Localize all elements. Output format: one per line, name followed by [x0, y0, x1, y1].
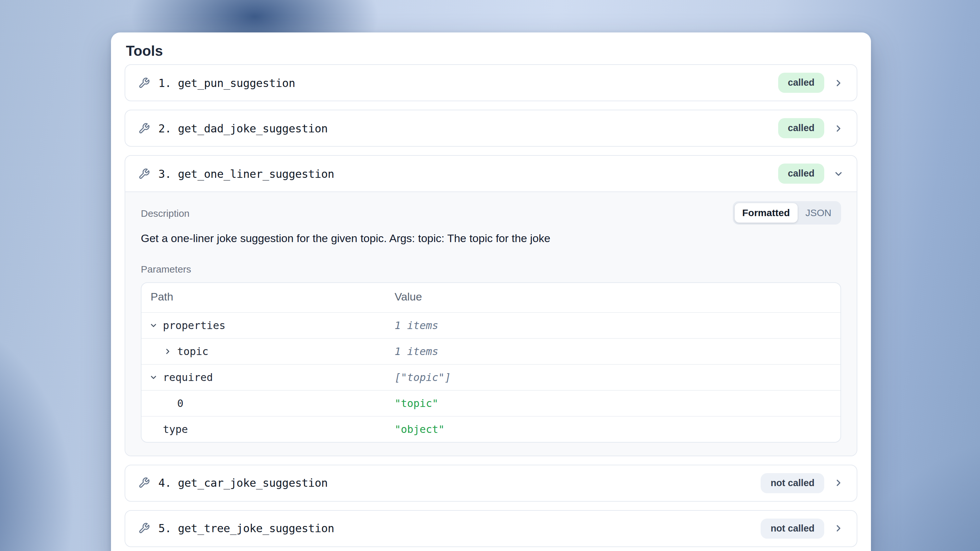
tool-name: 5. get_tree_joke_suggestion: [158, 522, 334, 535]
chevron-right-icon[interactable]: [164, 347, 172, 356]
status-badge: called: [778, 118, 824, 138]
tool-item-get_one_liner_suggestion: 3. get_one_liner_suggestion called Descr…: [125, 155, 858, 456]
chevron-down-icon[interactable]: [833, 169, 844, 179]
desktop-background: Tools 1. get_pun_suggestion called: [0, 0, 980, 551]
tool-item-get_dad_joke_suggestion: 2. get_dad_joke_suggestion called: [125, 110, 858, 147]
parameters-table-header: Path Value: [142, 283, 840, 312]
param-value: "topic": [395, 397, 840, 409]
param-path: required: [163, 371, 213, 384]
parameters-label: Parameters: [141, 263, 841, 274]
tool-row-header[interactable]: 3. get_one_liner_suggestion called: [125, 156, 857, 191]
formatted-view-button[interactable]: Formatted: [734, 203, 798, 223]
table-row: 0 "topic": [142, 390, 840, 416]
tool-name: 1. get_pun_suggestion: [158, 76, 295, 89]
param-value: ["topic"]: [395, 371, 840, 384]
status-badge: not called: [761, 473, 824, 493]
chevron-down-icon[interactable]: [149, 321, 158, 330]
description-label: Description: [141, 207, 189, 218]
tool-description: Get a one-liner joke suggestion for the …: [141, 232, 841, 247]
table-row: properties 1 items: [142, 312, 840, 338]
tool-row-header[interactable]: 1. get_pun_suggestion called: [125, 65, 857, 100]
panel-title: Tools: [126, 42, 858, 61]
table-row: required ["topic"]: [142, 364, 840, 390]
status-badge: called: [778, 73, 824, 93]
tool-row-header[interactable]: 5. get_tree_joke_suggestion not called: [125, 511, 857, 546]
tool-item-get_pun_suggestion: 1. get_pun_suggestion called: [125, 64, 858, 101]
chevron-right-icon[interactable]: [833, 478, 844, 488]
param-path: topic: [177, 345, 208, 358]
param-value: 1 items: [395, 345, 840, 358]
tool-item-get_tree_joke_suggestion: 5. get_tree_joke_suggestion not called: [125, 510, 858, 547]
param-path: 0: [177, 397, 183, 409]
table-row: topic 1 items: [142, 338, 840, 364]
chevron-right-icon[interactable]: [833, 78, 844, 88]
chevron-right-icon[interactable]: [833, 123, 844, 133]
param-path: properties: [163, 319, 226, 332]
tools-panel: Tools 1. get_pun_suggestion called: [111, 32, 871, 551]
wrench-icon: [138, 523, 150, 535]
parameters-table: Path Value properties 1 items: [141, 282, 841, 443]
chevron-down-icon[interactable]: [149, 373, 158, 382]
tool-name: 3. get_one_liner_suggestion: [158, 167, 334, 180]
tool-details: Description Formatted JSON Get a one-lin…: [125, 191, 857, 455]
param-path: type: [163, 423, 188, 435]
wrench-icon: [138, 477, 150, 489]
tool-row-header[interactable]: 4. get_car_joke_suggestion not called: [125, 465, 857, 501]
chevron-right-icon[interactable]: [833, 524, 844, 534]
tool-name: 4. get_car_joke_suggestion: [158, 477, 328, 490]
tool-item-get_car_joke_suggestion: 4. get_car_joke_suggestion not called: [125, 465, 858, 502]
wrench-icon: [138, 122, 150, 134]
status-badge: not called: [761, 519, 824, 538]
table-row: type "object": [142, 416, 840, 442]
value-column-header: Value: [395, 291, 840, 304]
status-badge: called: [778, 164, 824, 184]
param-value: "object": [395, 423, 840, 435]
param-value: 1 items: [395, 319, 840, 332]
view-mode-toggle: Formatted JSON: [732, 201, 841, 225]
tool-name: 2. get_dad_joke_suggestion: [158, 122, 328, 135]
wrench-icon: [138, 168, 150, 180]
json-view-button[interactable]: JSON: [798, 203, 839, 223]
path-column-header: Path: [142, 291, 395, 304]
tool-row-header[interactable]: 2. get_dad_joke_suggestion called: [125, 110, 857, 146]
wrench-icon: [138, 77, 150, 89]
